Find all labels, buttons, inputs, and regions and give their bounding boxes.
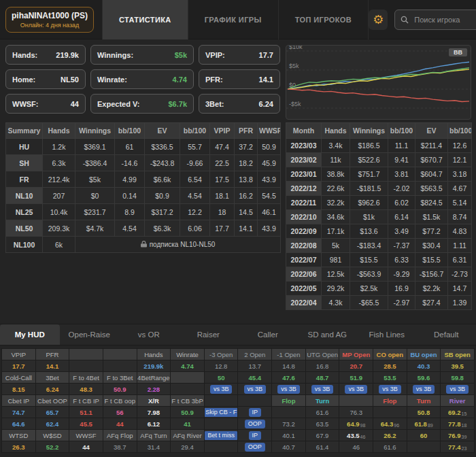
- table-row[interactable]: 2022/07981$15.56.33$15.56.31: [286, 253, 472, 267]
- settings-gear-button[interactable]: ⚙: [369, 10, 388, 30]
- cell: 18: [210, 204, 235, 220]
- cell: 61: [115, 139, 145, 155]
- cell: 3.18: [448, 167, 472, 182]
- hud-value: 48.3: [80, 386, 92, 393]
- hud-cell: F t CB oop: [103, 395, 137, 406]
- stat-value: 17.7: [259, 51, 273, 59]
- table-row[interactable]: 2022/0612.5k-$563.9-9.29-$156.7-2.73: [286, 267, 472, 282]
- cell: 8.74: [448, 210, 472, 224]
- hud-cell-empty: [407, 441, 441, 452]
- hud-cell: 65.7: [36, 407, 69, 418]
- hud-cell-empty: [103, 360, 137, 371]
- hud-value: Turn: [417, 397, 430, 405]
- hud-value: 73.2: [282, 420, 295, 428]
- cell: -$65.5: [350, 296, 388, 310]
- hud-value: 43.5: [347, 432, 360, 439]
- hud-value: 2.28: [148, 386, 160, 393]
- hud-cell: River: [441, 395, 474, 406]
- table-row[interactable]: FR212.4k$5k4.99$6.6k6.5417.513.843.9: [6, 171, 281, 188]
- cell: 11k: [322, 153, 350, 167]
- hud-value: 219.9k: [143, 362, 163, 370]
- hud-cell: 60: [407, 430, 441, 441]
- hud-cell: 64.998: [339, 418, 373, 429]
- column-header: Month: [286, 123, 322, 139]
- column-header: Winnings: [350, 123, 388, 139]
- hud-tab-my-hud[interactable]: My HUD: [0, 324, 60, 345]
- cell: 22.5: [210, 155, 235, 171]
- summary-table: SummaryHandsWinningsbb/100EVbb/100VPIPPF…: [5, 122, 281, 253]
- hud-value: 6.24: [46, 386, 59, 393]
- table-row[interactable]: NL10207$00.14$0.94.5418.116.254.5: [6, 188, 281, 204]
- table-row[interactable]: 2022/1132.2k$962.66.02$824.55.14: [286, 196, 472, 210]
- table-row[interactable]: 2023/0211k$522.69.41$670.712.1: [286, 153, 472, 167]
- cell: 2022/08: [286, 239, 322, 253]
- player-info-box[interactable]: pihaNINAt1000 (PS) Онлайн: 4 дня назад: [5, 7, 94, 33]
- cell: 1.2k: [43, 139, 75, 155]
- hud-value: BU open: [410, 351, 437, 358]
- table-row[interactable]: HU1.2k$369.161$336.555.747.437.250.9: [6, 139, 281, 155]
- hud-value: 65.7: [46, 409, 59, 416]
- hud-cell: 48.3: [69, 384, 103, 394]
- cell: 29.2k: [322, 282, 350, 296]
- cell: -$183.4: [350, 239, 388, 253]
- search-box[interactable]: [394, 10, 476, 30]
- summary-table-panel: SummaryHandsWinningsbb/100EVbb/100VPIPPF…: [5, 122, 281, 253]
- cell: $2.2k: [415, 282, 448, 296]
- cell: 0.14: [115, 188, 145, 204]
- cell: 55.7: [180, 139, 210, 155]
- hud-cell-empty: [339, 395, 373, 406]
- hud-value: -3 Open: [209, 351, 233, 358]
- hud-sample-size: 46: [360, 435, 366, 441]
- locked-row-nl100[interactable]: NL1006kподписка NL10-NL50: [6, 237, 281, 253]
- tab-статистика[interactable]: СТАТИСТИКА: [102, 0, 188, 39]
- hud-chip: vs 3B: [379, 385, 401, 394]
- tab-график-игры[interactable]: ГРАФИК ИГРЫ: [188, 0, 278, 39]
- cell: $211.4: [415, 139, 448, 153]
- stat-label: WWSF:: [12, 100, 38, 108]
- table-row[interactable]: 2023/0138.8k$751.73.81$604.73.18: [286, 167, 472, 182]
- hud-tab-raiser[interactable]: Raiser: [179, 324, 239, 345]
- hud-value: 44: [116, 420, 124, 428]
- cell: 17.7: [210, 220, 235, 237]
- tab-топ-игроков[interactable]: ТОП ИГРОКОВ: [278, 0, 369, 39]
- table-row[interactable]: 2022/0529.2k$2.5k16.9$2.2k14.7: [286, 282, 472, 296]
- table-row[interactable]: 2022/0917.1k$13.63.49$77.24.83: [286, 224, 472, 239]
- cell: 50.9: [258, 139, 281, 155]
- hud-tab-fish-lines[interactable]: Fish Lines: [357, 324, 417, 345]
- hud-value: 4BetRange: [137, 374, 170, 382]
- hud-value: Flop: [383, 397, 396, 405]
- hud-cell: 44: [103, 418, 137, 429]
- hud-cell: vs 3B: [373, 384, 407, 394]
- bb-units-badge[interactable]: BB: [449, 48, 467, 56]
- hud-cell: F to 4Bet: [69, 372, 103, 383]
- table-row[interactable]: NL50209.3k$4.7k4.54$6.3k6.0617.714.143.9: [6, 220, 281, 237]
- cell: NL25: [6, 204, 43, 220]
- table-row[interactable]: 2022/1222.6k-$181.5-2.02$563.54.67: [286, 182, 472, 196]
- hud-cell: Flop: [373, 395, 407, 406]
- cell: -2.02: [388, 182, 415, 196]
- hud-cell: vs 3B: [306, 384, 339, 394]
- stat-box-winrate: Winrate:4.74: [90, 69, 194, 89]
- table-row[interactable]: 2022/044.3k-$65.5-2.97$27.41.39: [286, 296, 472, 310]
- hud-value: 4.74: [181, 362, 194, 370]
- hud-tab-vs-or[interactable]: vs OR: [119, 324, 179, 345]
- table-row[interactable]: NL2510.4k$231.78.9$317.212.21814.546.1: [6, 204, 281, 220]
- hud-tab-sd-and-ag[interactable]: SD and AG: [298, 324, 358, 345]
- cell: 1.39: [448, 296, 472, 310]
- hud-cell: 52.2: [36, 441, 69, 452]
- hud-value: PFR: [46, 351, 58, 358]
- cell: 6.3k: [43, 155, 75, 171]
- hud-tab-open-raise[interactable]: Open-Raise: [60, 324, 120, 345]
- monthly-table-panel: MonthHandsWinningsbb/100EVbb/1002023/033…: [286, 122, 472, 310]
- hud-value: MP Open: [342, 351, 370, 358]
- hud-tab-default[interactable]: Default: [417, 324, 476, 345]
- hud-tab-caller[interactable]: Caller: [238, 324, 298, 345]
- cell: 4.83: [448, 224, 472, 239]
- cell: 37.2: [235, 139, 258, 155]
- table-row[interactable]: 2022/085k-$183.4-7.37$30.41.11: [286, 239, 472, 253]
- search-input[interactable]: [413, 15, 476, 24]
- table-row[interactable]: 2022/1034.6k$1k6.14$1.5k8.74: [286, 210, 472, 224]
- table-row[interactable]: SH6.3k-$386.4-14.6-$243.8-9.6622.518.245…: [6, 155, 281, 171]
- table-row[interactable]: 2023/033.4k$186.511.1$211.412.6: [286, 139, 472, 153]
- cell: 5k: [322, 239, 350, 253]
